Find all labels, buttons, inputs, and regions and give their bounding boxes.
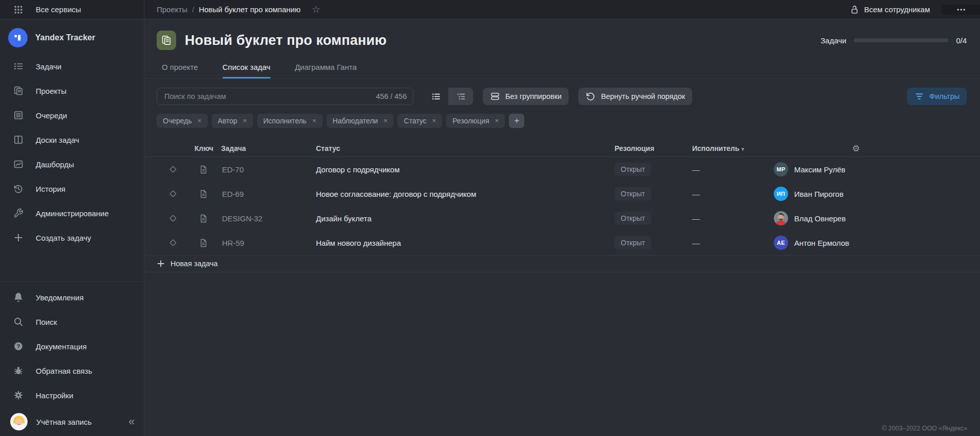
sidebar-item-account[interactable]: Учётная запись « bbox=[0, 407, 144, 436]
sidebar-item-history[interactable]: История bbox=[0, 176, 144, 201]
sidebar-item-tasks[interactable]: Задачи bbox=[0, 54, 144, 79]
close-icon[interactable]: × bbox=[383, 117, 387, 124]
chip-label: Статус bbox=[404, 117, 426, 125]
filter-chip-author[interactable]: Автор × bbox=[212, 114, 253, 128]
list-view-button[interactable] bbox=[423, 88, 448, 105]
sidebar-item-boards[interactable]: Доски задач bbox=[0, 127, 144, 152]
column-header-status[interactable]: Статус bbox=[312, 144, 610, 152]
sidebar-item-notifications[interactable]: Уведомления bbox=[0, 285, 144, 310]
task-key[interactable]: ED-70 bbox=[217, 165, 312, 174]
yandex-tracker-logo bbox=[8, 28, 28, 47]
sidebar-item-create-task[interactable]: Создать задачу bbox=[0, 225, 144, 250]
new-task-button[interactable]: Новая задача bbox=[144, 255, 980, 272]
close-icon[interactable]: × bbox=[198, 117, 202, 124]
assignee-cell[interactable]: Влад Овнерев bbox=[770, 211, 942, 225]
task-key[interactable]: DESIGN-32 bbox=[217, 214, 312, 223]
filter-chip-followers[interactable]: Наблюдатели × bbox=[327, 114, 394, 128]
sort-arrow-icon: ▾ bbox=[742, 146, 745, 152]
sidebar-item-dashboards[interactable]: Дашборды bbox=[0, 152, 144, 176]
progress-label: Задачи bbox=[821, 36, 846, 45]
sidebar-item-tracker-home[interactable]: Yandex Tracker bbox=[0, 25, 144, 50]
sidebar-item-label: Задачи bbox=[36, 62, 61, 71]
all-services-button[interactable]: Все сервисы bbox=[0, 0, 144, 19]
status-badge[interactable]: Открыт bbox=[615, 187, 651, 200]
task-key[interactable]: ED-69 bbox=[217, 190, 312, 198]
history-icon bbox=[13, 184, 24, 194]
task-key[interactable]: HR-59 bbox=[217, 239, 312, 247]
filters-button[interactable]: Фильтры bbox=[907, 88, 967, 105]
table-row[interactable]: ED-69 Новое согласование: договор с подр… bbox=[144, 182, 980, 206]
close-icon[interactable]: × bbox=[432, 117, 436, 124]
task-title[interactable]: Новое согласование: договор с подрядчико… bbox=[312, 190, 610, 198]
sidebar-item-label: Настройки bbox=[36, 391, 74, 400]
assignee-cell[interactable]: ИП Иван Пирогов bbox=[770, 187, 942, 201]
close-icon[interactable]: × bbox=[312, 117, 316, 124]
close-icon[interactable]: × bbox=[495, 117, 499, 124]
tab-task-list[interactable]: Список задач bbox=[223, 63, 271, 78]
task-title[interactable]: Договор с подрядчиком bbox=[312, 165, 610, 174]
filter-chip-queue[interactable]: Очередь × bbox=[157, 114, 208, 128]
column-header-task[interactable]: Задача bbox=[217, 144, 312, 152]
grouping-label: Без группировки bbox=[505, 92, 561, 100]
search-input[interactable] bbox=[163, 92, 371, 101]
view-toggle bbox=[423, 88, 473, 105]
collapse-sidebar-button[interactable]: « bbox=[129, 416, 135, 427]
bell-icon bbox=[13, 292, 24, 302]
sidebar-item-projects[interactable]: Проекты bbox=[0, 79, 144, 103]
status-badge[interactable]: Открыт bbox=[615, 163, 651, 176]
assignee-name: Иван Пирогов bbox=[794, 190, 844, 198]
table-row[interactable]: HR-59 Найм нового дизайнера Открыт — АЕ … bbox=[144, 230, 980, 255]
assignee-name: Максим Рулёв bbox=[794, 165, 845, 174]
dashboards-icon bbox=[13, 159, 24, 169]
breadcrumb-parent-link[interactable]: Проекты bbox=[157, 5, 187, 14]
assignee-cell[interactable]: АЕ Антон Ермолов bbox=[770, 236, 942, 250]
tab-about[interactable]: О проекте bbox=[162, 63, 198, 78]
sidebar-item-administration[interactable]: Администрирование bbox=[0, 201, 144, 225]
add-filter-button[interactable]: + bbox=[509, 114, 524, 128]
column-header-assignee[interactable]: Исполнитель▾ bbox=[688, 144, 770, 152]
drag-diamond-icon[interactable] bbox=[168, 213, 178, 223]
tree-view-icon bbox=[456, 91, 466, 101]
sidebar-item-settings[interactable]: Настройки bbox=[0, 383, 144, 407]
table-row[interactable]: ED-70 Договор с подрядчиком Открыт — МР … bbox=[144, 157, 980, 182]
table-row[interactable]: DESIGN-32 Дизайн буклета Открыт — bbox=[144, 206, 980, 230]
help-icon: ? bbox=[13, 341, 24, 351]
boards-icon bbox=[13, 135, 24, 145]
drag-diamond-icon[interactable] bbox=[168, 189, 178, 199]
resolution-value: — bbox=[688, 214, 770, 223]
table-settings-gear-icon[interactable]: ⚙ bbox=[852, 144, 860, 153]
close-icon[interactable]: × bbox=[243, 117, 247, 124]
task-title[interactable]: Найм нового дизайнера bbox=[312, 239, 610, 247]
sidebar-item-label: Доски задач bbox=[36, 136, 79, 144]
task-type-icon bbox=[199, 165, 208, 174]
column-header-resolution[interactable]: Резолюция bbox=[610, 144, 688, 152]
access-button[interactable]: Всем сотрудникам bbox=[849, 5, 941, 15]
column-header-key[interactable]: Ключ bbox=[189, 144, 217, 152]
task-title[interactable]: Дизайн буклета bbox=[312, 214, 610, 223]
copyright-text: © 2003–2022 ООО «Яндекс» bbox=[882, 425, 967, 432]
access-label: Всем сотрудникам bbox=[864, 5, 930, 14]
breadcrumb-current[interactable]: Новый буклет про компанию bbox=[199, 5, 300, 14]
sidebar-item-label: Дашборды bbox=[36, 160, 74, 169]
restore-order-button[interactable]: Вернуть ручной порядок bbox=[578, 88, 692, 105]
top-bar: Все сервисы Проекты / Новый буклет про к… bbox=[0, 0, 980, 19]
sidebar-item-documentation[interactable]: ? Документация bbox=[0, 334, 144, 358]
favorite-star-icon[interactable]: ☆ bbox=[312, 5, 321, 14]
filter-chip-assignee[interactable]: Исполнитель × bbox=[257, 114, 323, 128]
task-search-box: 456 / 456 bbox=[157, 88, 413, 105]
sidebar-item-queues[interactable]: Очереди bbox=[0, 103, 144, 127]
tab-gantt[interactable]: Диаграмма Ганта bbox=[295, 63, 357, 78]
more-menu-button[interactable] bbox=[942, 5, 980, 15]
sidebar-item-search[interactable]: Поиск bbox=[0, 310, 144, 334]
tree-view-button[interactable] bbox=[448, 88, 473, 105]
filter-chip-resolution[interactable]: Резолюция × bbox=[446, 114, 505, 128]
filter-chip-status[interactable]: Статус × bbox=[398, 114, 442, 128]
user-avatar bbox=[10, 413, 28, 430]
grouping-button[interactable]: Без группировки bbox=[483, 88, 569, 105]
drag-diamond-icon[interactable] bbox=[168, 238, 178, 248]
status-badge[interactable]: Открыт bbox=[615, 212, 651, 225]
sidebar-item-feedback[interactable]: Обратная связь bbox=[0, 358, 144, 383]
assignee-cell[interactable]: МР Максим Рулёв bbox=[770, 162, 942, 176]
status-badge[interactable]: Открыт bbox=[615, 236, 651, 249]
drag-diamond-icon[interactable] bbox=[168, 164, 178, 174]
